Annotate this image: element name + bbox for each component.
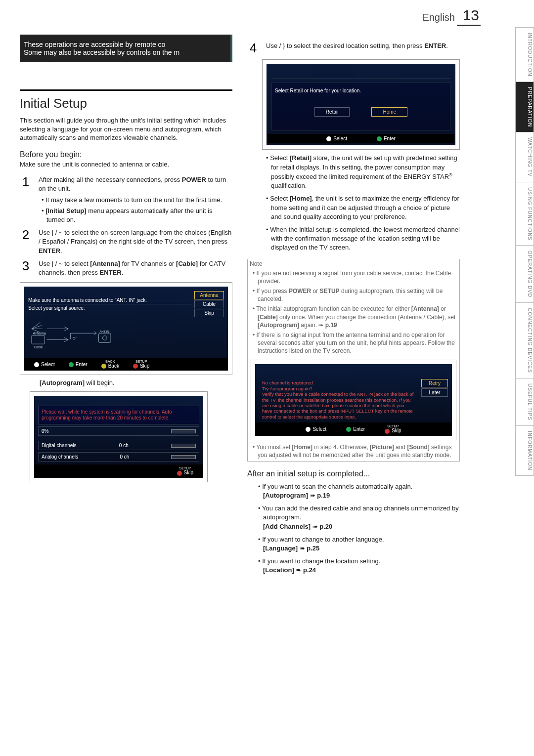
section-intro: This section will guide you through the … <box>20 116 232 142</box>
nav-back-icon <box>101 364 106 369</box>
analog-row: Analog channels0 ch <box>38 452 199 462</box>
bullet-home: Select [Home], the unit is set to maximi… <box>262 194 460 221</box>
screen1-footer: Select Enter BACKBack SETUPSkip <box>24 358 228 371</box>
step-1-body: After making all the necessary connectio… <box>39 175 232 224</box>
step-2-body: Use | / ~ to select the on-screen langua… <box>39 228 232 255</box>
screen1-msg1: Make sure the antenna is connected to "A… <box>28 297 191 303</box>
step-1-sub2: [Initial Setup] menu appears automatical… <box>39 207 232 224</box>
arrow-icon <box>300 545 307 552</box>
remote-banner: These operations are accessible by remot… <box>20 35 232 62</box>
arrow-icon <box>312 523 320 530</box>
tab-information[interactable]: INFORMATION <box>515 425 534 476</box>
note-2: If you press POWER or SETUP during autop… <box>248 287 459 305</box>
nav-skip-icon <box>133 364 138 369</box>
step-3-body: Use | / ~ to select [Antenna] for TV cha… <box>39 259 232 277</box>
before-line: Make sure the unit is connected to anten… <box>20 160 232 169</box>
screen-location: Select Retail or Home for your location.… <box>262 59 460 150</box>
bullet-retail: Select [Retail] store, the unit will be … <box>262 154 460 190</box>
note-3: The initial autoprogram function can be … <box>248 305 459 331</box>
diagram-cable-label: Cable <box>34 345 43 349</box>
nav-select-icon <box>326 136 331 141</box>
option-antenna[interactable]: Antenna <box>194 291 224 299</box>
screen1-msg2: Select your signal source. <box>28 304 191 311</box>
step-4-body: Use / } to select the desired location s… <box>266 42 460 54</box>
note-1: If you are not receiving a signal from y… <box>248 269 459 287</box>
antenna-diagram: Antenna Cable Or ANT.IN <box>28 320 224 355</box>
tab-preparation[interactable]: PREPARATION <box>515 82 534 132</box>
banner-line2: Some may also be accessible by controls … <box>24 48 226 56</box>
arrow-icon <box>310 492 317 499</box>
side-tabs: INTRODUCTION PREPARATION WATCHING TV USI… <box>515 0 534 756</box>
after-bullet-2: You can add the desired cable and analog… <box>254 504 460 531</box>
step-1-sub1: It may take a few moments to turn on the… <box>39 196 232 205</box>
after-bullet-4: If you want to change the location setti… <box>254 557 460 575</box>
location-heading: Select Retail or Home for your location. <box>275 88 447 93</box>
before-heading: Before you begin: <box>20 150 232 159</box>
after-bullet-1: If you want to scan the channels automat… <box>254 482 460 500</box>
nav-skip-icon <box>177 471 182 476</box>
svg-rect-0 <box>32 336 44 344</box>
option-cable[interactable]: Cable <box>194 300 224 308</box>
location-retail-button[interactable]: Retail <box>314 107 350 117</box>
screen-antenna-select: Make sure the antenna is connected to "A… <box>20 282 232 375</box>
note-block: Note If you are not receiving a signal f… <box>247 259 460 462</box>
diagram-or-label: Or <box>73 336 77 340</box>
after-heading: After an initial setup is completed... <box>247 469 460 478</box>
note-4: If there is no signal input from the ant… <box>248 331 459 357</box>
screen-retry: No channel is registered. Try Autoprogra… <box>251 360 456 440</box>
location-home-button[interactable]: Home <box>371 107 407 117</box>
digital-row: Digital channels0 ch <box>38 441 199 450</box>
step-number: 3 <box>20 259 32 277</box>
svg-rect-1 <box>99 333 111 342</box>
page-number: 13 <box>457 7 481 26</box>
diagram-antin-label: ANT.IN <box>99 330 109 333</box>
step-number: 1 <box>20 175 32 224</box>
diagram-antenna-label: Antenna <box>33 332 46 335</box>
nav-skip-icon <box>385 429 390 434</box>
tab-introduction[interactable]: INTRODUCTION <box>515 27 534 82</box>
retry-button[interactable]: Retry <box>421 379 448 387</box>
location-footer: Select Enter <box>267 134 454 143</box>
tab-watching-tv[interactable]: WATCHING TV <box>515 132 534 182</box>
tab-using-functions[interactable]: USING FUNCTIONS <box>515 182 534 246</box>
retry-footer: Select Enter SETUPSkip <box>255 422 452 435</box>
banner-line1: These operations are accessible by remot… <box>24 41 226 48</box>
after-bullet-3: If you want to change to another languag… <box>254 535 460 553</box>
nav-select-icon <box>306 427 311 432</box>
step-number: 4 <box>247 42 259 54</box>
arrow-icon <box>296 566 303 574</box>
screen-scanning: Please wait while the system is scanning… <box>30 391 208 482</box>
bullet-completed: When the initial setup is completed, the… <box>262 225 460 252</box>
nav-enter-icon <box>377 136 382 141</box>
note-end: You must set [Home] in step 4. Otherwise… <box>248 443 459 461</box>
option-skip[interactable]: Skip <box>194 309 224 317</box>
arrow-icon <box>318 322 325 329</box>
tab-operating-dvd[interactable]: OPERATING DVD <box>515 245 534 302</box>
section-title: Initial Setup <box>20 89 232 111</box>
note-heading: Note <box>248 259 459 269</box>
nav-enter-icon <box>69 362 74 367</box>
language-label: English <box>422 12 455 23</box>
tab-useful-tips[interactable]: USEFUL TIPS <box>515 378 534 425</box>
later-button[interactable]: Later <box>421 388 448 397</box>
scan-footer: SETUPSkip <box>34 464 203 477</box>
tab-connecting-devices[interactable]: CONNECTING DEVICES <box>515 302 534 378</box>
step-number: 2 <box>20 228 32 255</box>
svg-point-2 <box>102 336 107 340</box>
scan-message: Please wait while the system is scanning… <box>38 406 199 424</box>
nav-enter-icon <box>346 427 351 432</box>
autoprogram-begin: [Autoprogram] will begin. <box>40 379 232 386</box>
nav-select-icon <box>34 362 39 367</box>
scan-progress: 0% <box>38 426 199 436</box>
retry-message: No channel is registered. Try Autoprogra… <box>262 380 415 420</box>
